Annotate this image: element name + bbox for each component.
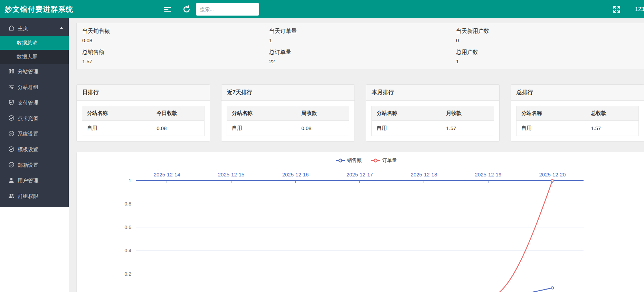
ranking-card-body: 分站名称周收款自用0.08	[221, 101, 354, 141]
ranking-cell: 自用	[227, 121, 297, 136]
user-icon	[8, 177, 15, 183]
table-row[interactable]: 自用1.57	[372, 121, 494, 136]
chart-legend: 销售额订单量	[77, 152, 644, 164]
ranking-col-header: 分站名称	[372, 106, 442, 121]
table-row[interactable]: 自用0.08	[227, 121, 349, 136]
sliders-icon	[8, 84, 15, 90]
sidebar-item-label: 模板设置	[18, 146, 38, 152]
circle-check-icon	[8, 146, 15, 152]
ranking-card-body: 分站名称今日收款自用0.08	[77, 101, 210, 141]
sidebar-item-3[interactable]: 点卡充值	[0, 110, 69, 126]
stat-value: 22	[269, 58, 456, 64]
top-axis-date-label: 2025-12-16	[282, 172, 309, 177]
users-icon	[8, 193, 15, 199]
ranking-table: 分站名称月收款自用1.57	[371, 106, 494, 136]
circle-check-icon	[8, 130, 15, 137]
sidebar-item-2[interactable]: 支付管理	[0, 95, 69, 110]
stat-value: 1	[269, 37, 456, 43]
legend-item-1[interactable]: 订单量	[371, 157, 397, 164]
ranking-cell: 自用	[517, 121, 586, 136]
sidebar-item-6[interactable]: 邮箱设置	[0, 157, 69, 173]
stat-label: 当天新用户数	[456, 28, 644, 35]
stat-label: 当天销售额	[82, 28, 269, 35]
ranking-col-header: 分站名称	[517, 106, 586, 121]
y-axis-tick-label: 0.2	[125, 271, 132, 277]
data-point-marker[interactable]	[551, 287, 553, 289]
menu-fold-icon[interactable]	[163, 5, 172, 14]
y-axis-tick-label: 0.4	[125, 248, 132, 253]
legend-label: 订单量	[382, 157, 397, 164]
sidebar-subitem-data-screen[interactable]: 数据大屏	[0, 50, 69, 64]
ranking-card-title: 近7天排行	[221, 85, 354, 101]
sidebar-item-0[interactable]: 分站管理	[0, 64, 69, 79]
top-header: 妙文馆付费进群系统 12345	[0, 0, 644, 18]
series-line-1[interactable]	[167, 181, 552, 292]
sidebar-item-label: 分站管理	[18, 69, 38, 74]
sidebar-item-4[interactable]: 系统设置	[0, 126, 69, 142]
fullscreen-icon[interactable]	[612, 5, 621, 14]
stats-summary-card: 当天销售额0.08当天订单量1当天新用户数0总销售额1.57总订单量22总用户数…	[76, 23, 644, 70]
ranking-card-title: 总排行	[511, 85, 644, 101]
refresh-icon[interactable]	[182, 5, 191, 14]
stat-cell-0: 当天销售额0.08	[82, 28, 269, 43]
sidebar-item-label: 点卡充值	[18, 115, 38, 121]
stat-label: 总用户数	[456, 49, 644, 56]
sidebar-subitem-label: 数据大屏	[17, 54, 37, 60]
y-axis-tick-label: 0.6	[125, 225, 132, 230]
stat-value: 0	[456, 37, 644, 43]
stat-value: 1.57	[82, 58, 269, 64]
stat-cell-4: 总订单量22	[269, 49, 456, 64]
sidebar-item-label: 主页	[18, 25, 28, 31]
stat-cell-2: 当天新用户数0	[456, 28, 644, 43]
top-axis-date-label: 2025-12-17	[347, 172, 373, 177]
circle-check-icon	[8, 115, 15, 121]
legend-label: 销售额	[347, 157, 362, 164]
sidebar-item-7[interactable]: 用户管理	[0, 173, 69, 188]
sidebar-item-label: 支付管理	[18, 100, 38, 106]
circle-check-icon	[8, 162, 15, 168]
stat-cell-1: 当天订单量1	[269, 28, 456, 43]
ranking-card-title: 本月排行	[366, 85, 499, 101]
sidebar-item-label: 用户管理	[18, 177, 38, 183]
sidebar-nav: 主页数据总览数据大屏分站管理分站群组支付管理点卡充值系统设置模板设置邮箱设置用户…	[0, 18, 69, 207]
app-title: 妙文馆付费进群系统	[5, 0, 73, 18]
sidebar-item-5[interactable]: 模板设置	[0, 142, 69, 157]
ranking-card-title: 日排行	[77, 85, 210, 101]
top-axis-date-label: 2025-12-19	[475, 172, 502, 177]
table-row[interactable]: 自用1.57	[517, 121, 639, 136]
sidebar-item-home[interactable]: 主页	[0, 20, 69, 36]
sidebar-item-1[interactable]: 分站群组	[0, 79, 69, 95]
sidebar-subitem-data-overview[interactable]: 数据总览	[0, 36, 69, 50]
stat-label: 当天订单量	[269, 28, 456, 35]
ranking-cell: 1.57	[441, 121, 494, 136]
y-axis-tick-label: 0.8	[125, 201, 132, 207]
sidebar-item-8[interactable]: 群组权限	[0, 188, 69, 204]
top-axis-date-label: 2025-12-20	[539, 172, 566, 177]
search-input[interactable]	[196, 3, 259, 16]
line-chart[interactable]: 00.20.40.60.812025-12-142025-12-152025-1…	[77, 166, 644, 292]
app-root: 妙文馆付费进群系统 12345 主页数据总览数据大屏分站管理分站群组支付管理点卡…	[0, 0, 644, 292]
ranking-card-body: 分站名称月收款自用1.57	[366, 101, 499, 141]
username-text[interactable]: 12345	[635, 0, 644, 18]
stat-value: 1	[456, 58, 644, 64]
ranking-cell: 1.57	[586, 121, 638, 136]
stat-cell-3: 总销售额1.57	[82, 49, 269, 64]
legend-marker-icon	[335, 158, 345, 163]
series-line-0[interactable]	[167, 288, 552, 292]
ranking-cell: 0.08	[152, 121, 204, 136]
ranking-col-header: 今日收款	[152, 106, 204, 121]
y-axis-tick-label: 1	[129, 178, 131, 183]
ranking-card-3: 总排行分站名称总收款自用1.57	[511, 84, 644, 142]
ranking-card-2: 本月排行分站名称月收款自用1.57	[366, 84, 500, 142]
sidebar-item-label: 群组权限	[18, 193, 38, 199]
legend-item-0[interactable]: 销售额	[335, 157, 362, 164]
ranking-table: 分站名称总收款自用1.57	[516, 106, 639, 136]
data-point-marker[interactable]	[551, 180, 553, 182]
top-axis-date-label: 2025-12-18	[411, 172, 437, 177]
ranking-col-header: 周收款	[296, 106, 349, 121]
sales-orders-chart-card: 销售额订单量 00.20.40.60.812025-12-142025-12-1…	[76, 152, 644, 292]
legend-marker-icon	[371, 158, 380, 163]
table-row[interactable]: 自用0.08	[82, 121, 205, 136]
ranking-col-header: 分站名称	[82, 106, 152, 121]
stat-label: 总销售额	[82, 49, 269, 56]
